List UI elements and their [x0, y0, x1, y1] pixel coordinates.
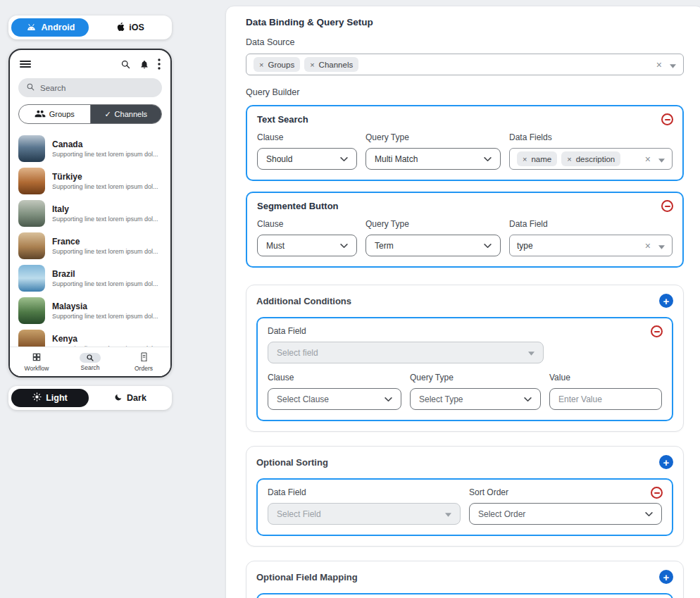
chip-remove-icon[interactable]: ×	[567, 155, 571, 163]
caret-down-icon	[658, 153, 665, 166]
ios-toggle-button[interactable]: iOS	[92, 18, 169, 37]
notifications-icon[interactable]	[139, 59, 149, 70]
data-field-select[interactable]: type ×	[509, 235, 673, 256]
data-source-multiselect[interactable]: × Groups × Channels ×	[246, 54, 684, 75]
select-value: Term	[375, 241, 394, 251]
android-toggle-button[interactable]: Android	[11, 18, 89, 37]
chip-remove-icon[interactable]: ×	[310, 61, 314, 69]
list-item-title: Kenya	[52, 334, 158, 344]
preview-column: Android iOS Search Groups ✓ Channels	[0, 0, 225, 598]
chevron-down-icon	[484, 241, 492, 251]
chip-label: name	[531, 155, 551, 163]
segment-channels[interactable]: ✓ Channels	[91, 105, 162, 123]
list-item[interactable]: Kenya Supporting line text lorem ipsum d…	[15, 327, 165, 347]
list-item[interactable]: Türkiye Supporting line text lorem ipsum…	[15, 165, 165, 197]
clause-select[interactable]: Select Clause	[268, 388, 401, 410]
remove-card-button[interactable]	[661, 200, 673, 212]
search-icon	[80, 353, 101, 363]
dark-theme-button[interactable]: Dark	[92, 389, 169, 407]
multiselect-controls: ×	[645, 239, 665, 252]
chip-label: Groups	[268, 61, 294, 69]
sort-order-label: Sort Order	[469, 487, 662, 497]
chevron-down-icon	[340, 241, 348, 251]
ios-toggle-label: iOS	[129, 23, 144, 32]
add-mapping-button[interactable]: +	[659, 570, 673, 584]
add-sort-button[interactable]: +	[659, 455, 673, 469]
remove-card-button[interactable]	[661, 113, 673, 125]
platform-toggle: Android iOS	[8, 15, 172, 39]
kebab-menu-icon[interactable]	[158, 58, 161, 70]
list-item-subtitle: Supporting line text lorem ipsum dol...	[52, 183, 158, 190]
clear-icon[interactable]: ×	[645, 241, 651, 251]
nav-item-workflow[interactable]: Workflow	[10, 347, 63, 376]
country-list: Canada Supporting line text lorem ipsum …	[10, 130, 170, 347]
dark-theme-label: Dark	[127, 393, 146, 403]
group-icon	[35, 110, 46, 119]
query-type-select[interactable]: Multi Match	[365, 148, 501, 170]
list-item[interactable]: Italy Supporting line text lorem ipsum d…	[15, 197, 165, 230]
section-title: Additional Conditions	[256, 296, 351, 306]
chip: × description	[561, 151, 620, 166]
select-placeholder: Select Field	[277, 509, 321, 519]
chip: × name	[517, 151, 557, 166]
clear-icon[interactable]: ×	[645, 154, 651, 164]
text-search-card: Text Search Clause Should Query Type Mul…	[246, 105, 684, 181]
clause-select[interactable]: Must	[257, 235, 357, 256]
list-item[interactable]: Malaysia Supporting line text lorem ipsu…	[15, 294, 165, 327]
segmented-button-card: Segmented Button Clause Must Query Type …	[246, 192, 684, 268]
clause-select[interactable]: Should	[257, 148, 357, 170]
mapping-card: Field Select Field	[256, 593, 673, 598]
android-icon	[25, 23, 37, 33]
list-item-text: France Supporting line text lorem ipsum …	[52, 237, 158, 255]
nav-item-search[interactable]: Search	[63, 347, 117, 376]
list-item-thumbnail	[18, 232, 45, 259]
light-theme-button[interactable]: Light	[11, 389, 89, 407]
list-item-text: Malaysia Supporting line text lorem ipsu…	[52, 301, 158, 320]
query-type-select[interactable]: Select Type	[410, 388, 541, 410]
list-item[interactable]: France Supporting line text lorem ipsum …	[15, 230, 165, 262]
query-type-select[interactable]: Term	[365, 235, 501, 256]
segment-groups[interactable]: Groups	[19, 105, 91, 123]
chevron-down-icon	[385, 394, 392, 404]
list-item-title: Italy	[52, 204, 158, 214]
query-type-label: Query Type	[365, 132, 501, 142]
sort-order-select[interactable]: Select Order	[469, 503, 662, 525]
list-item-thumbnail	[18, 168, 45, 194]
select-value: type	[517, 241, 533, 251]
list-item[interactable]: Brazil Supporting line text lorem ipsum …	[15, 262, 165, 294]
check-icon: ✓	[104, 110, 111, 119]
add-condition-button[interactable]: +	[659, 294, 673, 308]
select-placeholder: Select Type	[419, 394, 463, 404]
value-input[interactable]	[549, 388, 662, 410]
chevron-down-icon	[524, 394, 532, 404]
chip-remove-icon[interactable]: ×	[259, 61, 263, 69]
list-item-subtitle: Supporting line text lorem ipsum dol...	[52, 280, 158, 287]
query-type-label: Query Type	[410, 373, 541, 382]
chevron-down-icon	[484, 154, 492, 164]
clear-icon[interactable]: ×	[656, 60, 662, 70]
theme-toggle: Light Dark	[8, 386, 172, 410]
caret-down-icon	[658, 239, 665, 252]
card-title: Text Search	[257, 114, 673, 125]
list-item-thumbnail	[18, 330, 45, 347]
list-item-text: Türkiye Supporting line text lorem ipsum…	[52, 172, 158, 190]
list-item-title: Brazil	[52, 269, 158, 279]
remove-condition-button[interactable]	[651, 325, 663, 337]
nav-item-orders[interactable]: Orders	[117, 347, 170, 376]
search-icon[interactable]	[120, 59, 131, 70]
data-field-select[interactable]: Select field	[268, 342, 544, 363]
remove-sort-button[interactable]	[651, 487, 663, 499]
search-input[interactable]: Search	[18, 78, 162, 97]
clause-label: Clause	[268, 373, 401, 382]
card-title: Segmented Button	[257, 201, 673, 211]
sort-field-select[interactable]: Select Field	[268, 503, 461, 525]
query-type-label: Query Type	[365, 219, 501, 229]
chip-remove-icon[interactable]: ×	[523, 155, 527, 163]
list-item-thumbnail	[18, 297, 45, 324]
segment-groups-label: Groups	[49, 110, 75, 118]
menu-icon[interactable]	[20, 60, 31, 68]
moon-icon	[114, 393, 123, 404]
list-item[interactable]: Canada Supporting line text lorem ipsum …	[15, 132, 165, 165]
phone-preview: Search Groups ✓ Channels Canada Supporti…	[8, 49, 172, 378]
data-fields-multiselect[interactable]: × name × description ×	[509, 148, 673, 170]
